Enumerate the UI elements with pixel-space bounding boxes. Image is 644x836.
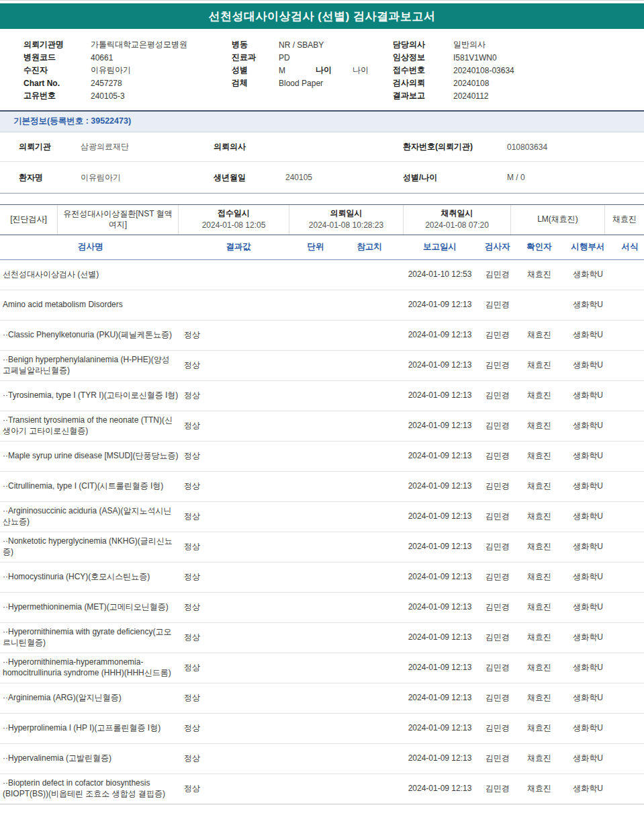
reference-cell xyxy=(336,532,403,562)
department-cell: 생화학U xyxy=(560,381,616,411)
confirmer-cell: 채효진 xyxy=(518,562,560,593)
confirmer-cell: 채효진 xyxy=(518,744,560,774)
reported-datetime-cell: 2024-01-09 12:13 xyxy=(403,472,477,502)
unit-cell xyxy=(295,411,336,442)
unit-cell xyxy=(295,472,336,502)
unit-cell xyxy=(295,683,336,714)
reported-datetime-cell: 2024-01-09 12:13 xyxy=(403,321,477,351)
field-row: 결과보고20240112 xyxy=(393,89,644,102)
patient-header-left: 의뢰기관명가톨릭대학교은평성모병원 병원코드40661 수진자이유림아기 Cha… xyxy=(24,38,232,102)
test-name-cell: ··Nonketotic hyperglycinemia (NKHG)(글리신뇨… xyxy=(0,532,181,562)
confirmer-cell: 채효진 xyxy=(518,411,560,442)
field-row: 접수번호20240108-03634 xyxy=(393,64,644,77)
field-value: 이유림아기 xyxy=(81,172,214,183)
reference-cell xyxy=(336,290,403,321)
reference-cell xyxy=(336,774,403,804)
age-label: 나이 xyxy=(316,65,353,76)
reference-cell xyxy=(336,714,403,744)
unit-cell xyxy=(295,442,336,472)
result-value-cell: 정상 xyxy=(181,744,295,774)
field-row: 병동NR / SBABY xyxy=(232,38,393,51)
tester-cell: 김민경 xyxy=(477,744,518,774)
field-value: 010803634 xyxy=(507,142,644,152)
department-cell: 생화학U xyxy=(560,290,616,321)
patient-header: 의뢰기관명가톨릭대학교은평성모병원 병원코드40661 수진자이유림아기 Cha… xyxy=(0,29,644,110)
reference-cell xyxy=(336,351,403,381)
col-header-unit: 단위 xyxy=(295,235,336,260)
unit-cell xyxy=(295,562,336,593)
reported-datetime-cell: 2024-01-09 12:13 xyxy=(403,744,477,774)
reported-datetime-cell: 2024-01-09 12:13 xyxy=(403,683,477,714)
result-row: ··Classic Phenylketonuria (PKU)(페닐케톤뇨증) … xyxy=(0,321,644,351)
field-label: 의뢰기관명 xyxy=(24,39,91,50)
department-cell: 생화학U xyxy=(560,714,616,744)
field-label: 환자번호(의뢰기관) xyxy=(403,141,507,153)
unit-cell xyxy=(295,351,336,381)
result-value-cell: 정상 xyxy=(181,502,295,532)
format-cell xyxy=(616,411,644,442)
field-label: 환자명 xyxy=(19,172,81,183)
basic-info-row: 의뢰기관 삼광의료재단 의뢰의사 환자번호(의뢰기관) 010803634 xyxy=(0,132,644,162)
basic-info-row: 환자명 이유림아기 생년월일 240105 성별/나이 M / 0 xyxy=(0,162,644,194)
department-cell: 생화학U xyxy=(560,744,616,774)
format-cell xyxy=(616,683,644,714)
tester-cell: 김민경 xyxy=(477,714,518,744)
result-value-cell: 정상 xyxy=(181,683,295,714)
field-row: 고유번호240105-3 xyxy=(24,89,232,102)
field-value: M / 0 xyxy=(507,173,644,182)
tester-cell: 김민경 xyxy=(477,623,518,653)
format-cell xyxy=(616,593,644,623)
department-cell: 생화학U xyxy=(560,774,616,804)
confirmer-cell: 채효진 xyxy=(518,472,560,502)
confirmer-cell: 채효진 xyxy=(518,381,560,411)
confirmer-cell: 채효진 xyxy=(518,260,560,290)
confirmer-cell xyxy=(518,290,560,321)
col-header-department: 시행부서 xyxy=(560,235,616,260)
field-row: 검체Blood Paper xyxy=(232,77,393,89)
tester-cell: 김민경 xyxy=(477,472,518,502)
tester-cell: 김민경 xyxy=(477,351,518,381)
test-name-cell: ··Hyperprolinemia I (HP I)(고프롤린혈증 I형) xyxy=(0,714,181,744)
format-cell xyxy=(616,502,644,532)
field-value: NR / SBABY xyxy=(279,40,324,50)
confirmer-cell: 채효진 xyxy=(518,502,560,532)
department-cell: 생화학U xyxy=(560,351,616,381)
tester-cell: 김민경 xyxy=(477,411,518,442)
field-label: Chart No. xyxy=(24,79,91,88)
request-datetime: 의뢰일시 2024-01-08 10:28:23 xyxy=(289,205,403,235)
field-value: 2457278 xyxy=(91,79,122,88)
test-name-cell: ··Hyperornithinemia with gyrate deficien… xyxy=(0,623,181,653)
test-name-cell: ··Tyrosinemia, type I (TYR I)(고타이로신혈증 I형… xyxy=(0,381,181,411)
unit-cell xyxy=(295,290,336,321)
field-row: Chart No.2457278 xyxy=(24,77,232,89)
request-label: 의뢰일시 xyxy=(330,208,363,219)
unit-cell xyxy=(295,502,336,532)
col-header-result: 결과값 xyxy=(181,235,295,260)
field-value: 240105-3 xyxy=(91,91,125,101)
department-cell: 생화학U xyxy=(560,321,616,351)
department-cell: 생화학U xyxy=(560,532,616,562)
result-row: ··Hyperornithinemia-hyperammonemia-homoc… xyxy=(0,653,644,683)
result-value-cell: 정상 xyxy=(181,714,295,744)
field-value: PD xyxy=(279,53,290,62)
reported-datetime-cell: 2024-01-10 12:53 xyxy=(403,260,477,290)
reported-datetime-cell: 2024-01-09 12:13 xyxy=(403,411,477,442)
field-row: 진료과PD xyxy=(232,51,393,64)
reference-cell xyxy=(336,472,403,502)
test-name-cell: ··Homocystinuria (HCY)(호모시스틴뇨증) xyxy=(0,562,181,593)
reference-cell xyxy=(336,502,403,532)
test-name-cell: ··Transient tyrosinemia of the neonate (… xyxy=(0,411,181,442)
format-cell xyxy=(616,290,644,321)
field-label: 생년월일 xyxy=(214,172,285,183)
test-name-cell: ··Citrullinemia, type I (CIT)(시트룰린혈증 I형) xyxy=(0,472,181,502)
col-header-tester: 검사자 xyxy=(477,235,518,260)
tester-cell: 김민경 xyxy=(477,653,518,683)
reference-cell xyxy=(336,260,403,290)
result-row: ··Hypervalinemia (고발린혈증) 정상 2024-01-09 1… xyxy=(0,744,644,774)
field-label: 임상정보 xyxy=(393,52,453,63)
reported-datetime-cell: 2024-01-09 12:13 xyxy=(403,653,477,683)
confirmer-cell: 채효진 xyxy=(518,442,560,472)
field-label: 성별/나이 xyxy=(403,172,507,183)
field-label: 병원코드 xyxy=(24,52,91,63)
results-table-header: 검사명 결과값 단위 참고치 보고일시 검사자 확인자 시행부서 서식 xyxy=(0,235,644,260)
